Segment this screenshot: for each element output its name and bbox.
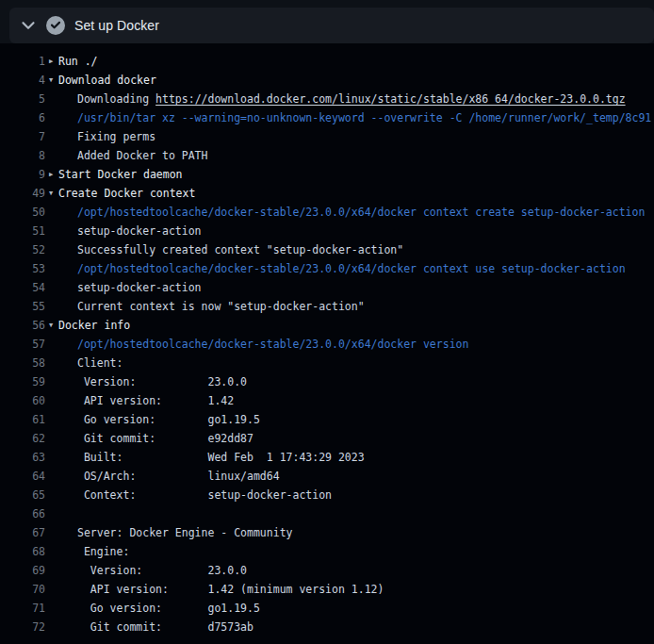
line-number[interactable]: 8 [0, 146, 45, 165]
line-number[interactable]: 66 [0, 504, 45, 523]
log-text: Server: Docker Engine - Community [77, 526, 292, 539]
log-row: 61 Go version: go1.19.5 [0, 410, 654, 429]
log-row: 59 Version: 23.0.0 [0, 372, 654, 391]
log-row: 64 OS/Arch: linux/amd64 [0, 467, 654, 486]
log-group-row[interactable]: 56▼Docker info [0, 316, 654, 335]
line-number[interactable]: 6 [0, 108, 45, 127]
command-text: /opt/hostedtoolcache/docker-stable/23.0.… [77, 206, 645, 219]
line-number[interactable]: 68 [0, 542, 45, 561]
log-text: Downloading [77, 92, 155, 106]
line-number[interactable]: 50 [0, 203, 45, 222]
log-row: 6/usr/bin/tar xz --warning=no-unknown-ke… [0, 108, 654, 127]
line-number[interactable]: 70 [0, 580, 45, 599]
log-text: setup-docker-action [77, 224, 202, 238]
command-text: /opt/hostedtoolcache/docker-stable/23.0.… [77, 262, 626, 275]
log-row: 58Client: [0, 354, 654, 372]
chevron-right-icon[interactable]: ▶ [49, 165, 53, 184]
log-row: 7Fixing perms [0, 127, 654, 146]
log-row: 68 Engine: [0, 542, 654, 561]
group-title[interactable]: Run ./ [58, 55, 98, 68]
log-text: API version: 1.42 (minimum version 1.12) [77, 583, 384, 596]
line-number[interactable]: 1 [0, 52, 45, 71]
line-number[interactable]: 65 [0, 486, 45, 504]
group-title[interactable]: Download docker [58, 74, 156, 87]
line-number[interactable]: 54 [0, 278, 45, 297]
line-number[interactable]: 4 [0, 71, 45, 90]
log-text: API version: 1.42 [77, 394, 234, 407]
log-group-row[interactable]: 9▶Start Docker daemon [0, 165, 654, 184]
line-number[interactable]: 58 [0, 354, 45, 372]
line-number[interactable]: 9 [0, 165, 45, 184]
line-number[interactable]: 60 [0, 391, 45, 410]
log-text: Version: 23.0.0 [77, 564, 247, 577]
log-row: 60 API version: 1.42 [0, 391, 654, 410]
log-row: 50/opt/hostedtoolcache/docker-stable/23.… [0, 203, 654, 222]
line-number[interactable]: 69 [0, 561, 45, 580]
log-group-row[interactable]: 49▼Create Docker context [0, 184, 654, 203]
line-number[interactable]: 5 [0, 90, 45, 108]
log-text: Go version: go1.19.5 [77, 413, 260, 426]
line-number[interactable]: 51 [0, 222, 45, 240]
line-number[interactable]: 64 [0, 467, 45, 486]
log-row: 66 [0, 504, 654, 523]
log-text: OS/Arch: linux/amd64 [77, 470, 280, 483]
command-text: /opt/hostedtoolcache/docker-stable/23.0.… [77, 338, 468, 351]
line-number[interactable]: 67 [0, 523, 45, 542]
line-number[interactable]: 63 [0, 448, 45, 467]
log-row: 52Successfully created context "setup-do… [0, 240, 654, 259]
log-row: 8Added Docker to PATH [0, 146, 654, 165]
log-row: 53/opt/hostedtoolcache/docker-stable/23.… [0, 259, 654, 278]
log-row: 69 Version: 23.0.0 [0, 561, 654, 580]
log-text: Added Docker to PATH [77, 149, 207, 162]
line-number[interactable]: 71 [0, 599, 45, 618]
log-text: Built: Wed Feb 1 17:43:29 2023 [77, 451, 365, 464]
log-text: Git commit: e92dd87 [77, 432, 253, 445]
line-number[interactable]: 53 [0, 259, 45, 278]
line-number[interactable]: 62 [0, 429, 45, 448]
log-row: 57/opt/hostedtoolcache/docker-stable/23.… [0, 335, 654, 354]
chevron-down-icon[interactable]: ▼ [49, 71, 53, 90]
log-row: 65 Context: setup-docker-action [0, 486, 654, 504]
log-text: Git commit: d7573ab [77, 620, 253, 634]
log-row: 62 Git commit: e92dd87 [0, 429, 654, 448]
group-title[interactable]: Create Docker context [58, 187, 195, 200]
chevron-down-icon[interactable] [18, 15, 39, 36]
log-text: Fixing perms [77, 130, 155, 143]
log-text: Context: setup-docker-action [77, 488, 332, 502]
chevron-right-icon[interactable]: ▶ [49, 52, 53, 71]
check-circle-icon [39, 16, 65, 35]
line-number[interactable]: 7 [0, 127, 45, 146]
step-header[interactable]: Set up Docker [9, 8, 654, 43]
log-group-row[interactable]: 1▶Run ./ [0, 52, 654, 71]
log-container: 1▶Run ./4▼Download docker5Downloading ht… [0, 43, 654, 644]
log-row: 54setup-docker-action [0, 278, 654, 297]
line-number[interactable]: 59 [0, 372, 45, 391]
log-row: 55Current context is now "setup-docker-a… [0, 297, 654, 316]
log-text: Engine: [77, 545, 129, 558]
group-title[interactable]: Start Docker daemon [58, 168, 183, 181]
chevron-down-icon[interactable]: ▼ [49, 184, 53, 203]
log-text: Go version: go1.19.5 [77, 602, 260, 615]
line-number[interactable]: 56 [0, 316, 45, 335]
line-number[interactable]: 55 [0, 297, 45, 316]
log-text: setup-docker-action [77, 281, 202, 294]
log-group-row[interactable]: 4▼Download docker [0, 71, 654, 90]
log-text: Successfully created context "setup-dock… [77, 243, 403, 256]
line-number[interactable]: 61 [0, 410, 45, 429]
line-number[interactable]: 49 [0, 184, 45, 203]
log-text: Version: 23.0.0 [77, 375, 247, 388]
log-row: 63 Built: Wed Feb 1 17:43:29 2023 [0, 448, 654, 467]
log-link[interactable]: https://download.docker.com/linux/static… [155, 92, 626, 106]
command-text: /usr/bin/tar xz --warning=no-unknown-key… [77, 111, 651, 124]
line-number[interactable]: 57 [0, 335, 45, 354]
log-row: 72 Git commit: d7573ab [0, 618, 654, 636]
line-number[interactable]: 72 [0, 618, 45, 636]
group-title[interactable]: Docker info [58, 319, 130, 332]
log-row: 67Server: Docker Engine - Community [0, 523, 654, 542]
log-row: 70 API version: 1.42 (minimum version 1.… [0, 580, 654, 599]
chevron-down-icon[interactable]: ▼ [49, 316, 53, 335]
line-number[interactable]: 52 [0, 240, 45, 259]
step-title: Set up Docker [74, 18, 159, 33]
log-row: 71 Go version: go1.19.5 [0, 599, 654, 618]
log-row: 51setup-docker-action [0, 222, 654, 240]
